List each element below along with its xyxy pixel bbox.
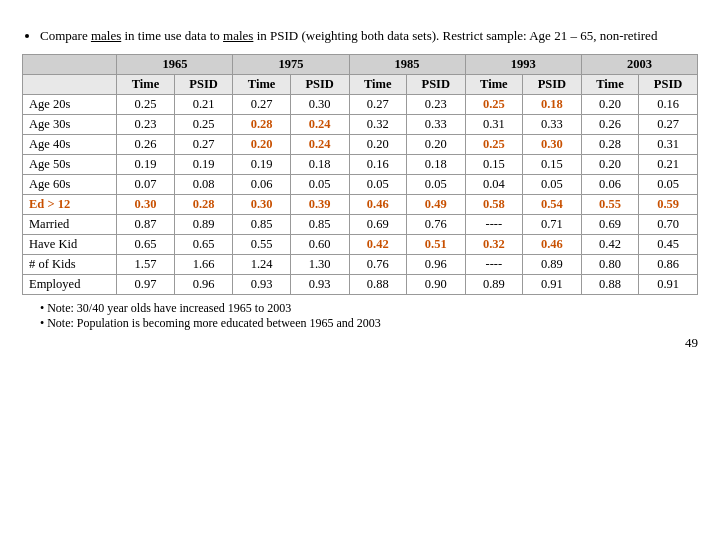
table-cell: 0.65 <box>174 235 233 255</box>
table-cell: 0.97 <box>117 275 174 295</box>
table-cell: 0.05 <box>290 175 349 195</box>
table-cell: 0.49 <box>406 195 465 215</box>
year-1993: 1993 <box>465 55 581 75</box>
table-cell: 0.26 <box>581 115 638 135</box>
table-cell: 0.07 <box>117 175 174 195</box>
year-1975: 1975 <box>233 55 349 75</box>
table-cell: 0.71 <box>523 215 582 235</box>
year-1965: 1965 <box>117 55 233 75</box>
table-cell: 0.27 <box>349 95 406 115</box>
time-2003: Time <box>581 75 638 95</box>
table-cell: 0.88 <box>349 275 406 295</box>
table-cell: 0.65 <box>117 235 174 255</box>
table-cell: 0.05 <box>523 175 582 195</box>
table-cell: 1.57 <box>117 255 174 275</box>
table-cell: 0.05 <box>349 175 406 195</box>
table-cell: 0.24 <box>290 135 349 155</box>
table-cell: 0.31 <box>639 135 698 155</box>
table-cell: 0.18 <box>523 95 582 115</box>
table-row: Age 40s0.260.270.200.240.200.200.250.300… <box>23 135 698 155</box>
table-cell: 0.25 <box>465 135 522 155</box>
row-label: Age 60s <box>23 175 117 195</box>
psid-1975: PSID <box>290 75 349 95</box>
table-cell: 0.89 <box>174 215 233 235</box>
table-cell: 0.27 <box>174 135 233 155</box>
psid-1985: PSID <box>406 75 465 95</box>
table-cell: 0.96 <box>174 275 233 295</box>
empty-header <box>23 55 117 75</box>
year-header-row: 1965 1975 1985 1993 2003 <box>23 55 698 75</box>
table-cell: 0.96 <box>406 255 465 275</box>
table-cell: 0.30 <box>117 195 174 215</box>
table-cell: 0.85 <box>233 215 290 235</box>
table-cell: 0.20 <box>349 135 406 155</box>
table-cell: 0.28 <box>174 195 233 215</box>
table-cell: 0.46 <box>349 195 406 215</box>
table-cell: 0.16 <box>639 95 698 115</box>
table-cell: 0.76 <box>406 215 465 235</box>
table-cell: 0.20 <box>581 95 638 115</box>
row-label-header <box>23 75 117 95</box>
table-cell: 0.26 <box>117 135 174 155</box>
table-cell: 0.60 <box>290 235 349 255</box>
table-cell: 0.27 <box>639 115 698 135</box>
table-cell: 0.20 <box>233 135 290 155</box>
row-label: Age 40s <box>23 135 117 155</box>
table-cell: 0.15 <box>523 155 582 175</box>
table-cell: 0.05 <box>639 175 698 195</box>
table-cell: 0.80 <box>581 255 638 275</box>
table-cell: 0.46 <box>523 235 582 255</box>
data-table: 1965 1975 1985 1993 2003 Time PSID Time … <box>22 54 698 295</box>
table-row: Have Kid0.650.650.550.600.420.510.320.46… <box>23 235 698 255</box>
table-cell: 0.54 <box>523 195 582 215</box>
table-cell: 0.89 <box>465 275 522 295</box>
row-label: Age 30s <box>23 115 117 135</box>
table-cell: 0.19 <box>174 155 233 175</box>
year-1985: 1985 <box>349 55 465 75</box>
table-cell: 0.85 <box>290 215 349 235</box>
table-cell: 0.42 <box>581 235 638 255</box>
table-row: # of Kids1.571.661.241.300.760.96----0.8… <box>23 255 698 275</box>
table-row: Ed > 120.300.280.300.390.460.490.580.540… <box>23 195 698 215</box>
table-cell: 0.70 <box>639 215 698 235</box>
table-cell: 0.24 <box>290 115 349 135</box>
table-cell: 0.30 <box>290 95 349 115</box>
row-label: Employed <box>23 275 117 295</box>
table-cell: 0.06 <box>581 175 638 195</box>
table-cell: 0.18 <box>290 155 349 175</box>
table-cell: 0.23 <box>117 115 174 135</box>
table-cell: 0.28 <box>233 115 290 135</box>
intro-bullets: Compare males in time use data to males … <box>22 28 698 44</box>
psid-2003: PSID <box>639 75 698 95</box>
table-cell: 0.33 <box>406 115 465 135</box>
table-cell: 0.89 <box>523 255 582 275</box>
table-cell: ---- <box>465 255 522 275</box>
table-cell: 0.21 <box>639 155 698 175</box>
table-cell: 0.42 <box>349 235 406 255</box>
table-cell: 0.90 <box>406 275 465 295</box>
table-cell: 0.93 <box>233 275 290 295</box>
table-cell: 0.06 <box>233 175 290 195</box>
table-cell: 0.18 <box>406 155 465 175</box>
psid-1993: PSID <box>523 75 582 95</box>
note-item: • Note: Population is becoming more educ… <box>40 316 698 331</box>
table-cell: 1.30 <box>290 255 349 275</box>
table-cell: 0.04 <box>465 175 522 195</box>
table-cell: 0.86 <box>639 255 698 275</box>
table-row: Age 20s0.250.210.270.300.270.230.250.180… <box>23 95 698 115</box>
table-row: Employed0.970.960.930.930.880.900.890.91… <box>23 275 698 295</box>
table-cell: 0.87 <box>117 215 174 235</box>
subheader-row: Time PSID Time PSID Time PSID Time PSID … <box>23 75 698 95</box>
psid-1965: PSID <box>174 75 233 95</box>
bottom-notes: • Note: 30/40 year olds have increased 1… <box>22 301 698 331</box>
table-cell: 0.30 <box>233 195 290 215</box>
table-cell: 0.93 <box>290 275 349 295</box>
page-number: 49 <box>22 335 698 351</box>
table-cell: 0.69 <box>349 215 406 235</box>
table-row: Age 60s0.070.080.060.050.050.050.040.050… <box>23 175 698 195</box>
row-label: Married <box>23 215 117 235</box>
table-cell: 0.21 <box>174 95 233 115</box>
table-cell: 0.16 <box>349 155 406 175</box>
table-cell: 0.27 <box>233 95 290 115</box>
table-cell: 0.91 <box>523 275 582 295</box>
